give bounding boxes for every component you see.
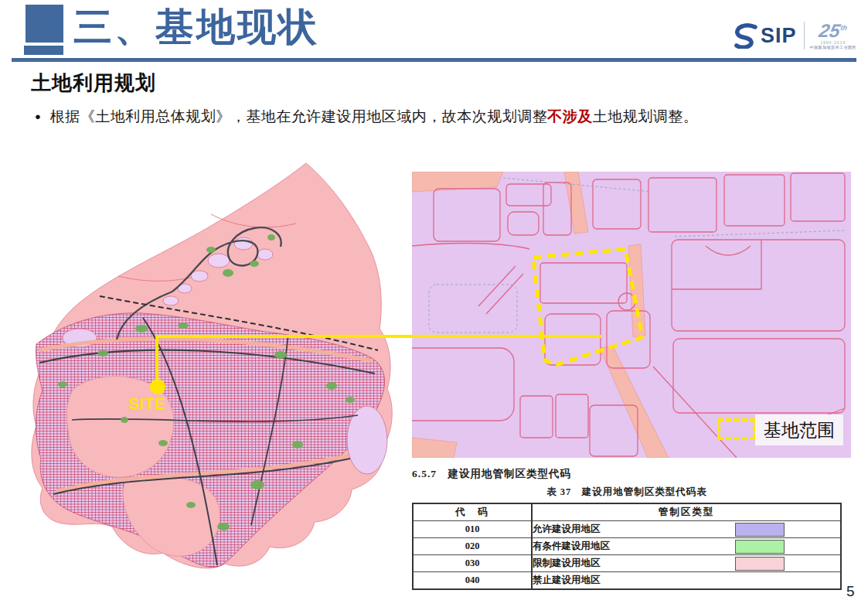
bullet-text-before: 根据《土地利用总体规划》，基地在允许建设用地区域内，故本次规划调整 (50, 108, 548, 125)
cell-type-label: 禁止建设用地区 (533, 575, 601, 585)
logo-divider (804, 22, 805, 49)
connector-line-vertical (155, 336, 158, 380)
cell-code: 020 (413, 538, 532, 555)
anniversary-number: 25th (818, 22, 848, 40)
bullet-item: ● 根据《土地利用总体规划》，基地在允许建设用地区域内，故本次规划调整不涉及土地… (35, 107, 823, 127)
table-row: 040 禁止建设用地区 (413, 572, 841, 590)
left-map-image (26, 160, 396, 574)
cell-type-label: 允许建设用地区 (533, 524, 601, 534)
bullet-text: 根据《土地利用总体规划》，基地在允许建设用地区域内，故本次规划调整不涉及土地规划… (50, 107, 699, 127)
section-subtitle: 土地利用规划 (31, 70, 156, 97)
cell-code: 030 (413, 555, 532, 572)
table-header-row: 代 码 管制区类型 (413, 503, 841, 521)
bullet-text-after: 土地规划调整。 (593, 108, 699, 125)
connector-line-horizontal (156, 335, 601, 338)
cell-type: 禁止建设用地区 (532, 572, 841, 590)
header-divider-rule (12, 58, 856, 62)
sip-s-icon (733, 22, 759, 49)
color-swatch (735, 540, 785, 554)
page-title: 三、基地现状 (73, 2, 319, 53)
color-swatch (735, 523, 785, 537)
table-row: 020 有条件建设用地区 (413, 538, 841, 555)
bullet-marker-icon: ● (35, 111, 41, 122)
cell-type: 有条件建设用地区 (532, 538, 841, 555)
sip-wordmark: SIP (761, 24, 797, 48)
legend-swatch-dashed-box (717, 418, 756, 440)
header-cell-type: 管制区类型 (532, 503, 841, 521)
logo-caption: 中国新加坡苏州工业园区 (810, 46, 857, 49)
header-accent-square (26, 5, 63, 43)
page-number: 5 (846, 583, 855, 600)
header-accent-bar (24, 46, 63, 55)
slide: 三、基地现状 SIP 25th 1994-2019 中国新加坡苏州工业园区 土地… (0, 0, 868, 614)
color-swatch (735, 557, 785, 571)
cell-type: 限制建设用地区 (532, 555, 841, 572)
cell-type-label: 限制建设用地区 (533, 558, 601, 568)
site-marker-dot (150, 379, 165, 394)
table-caption: 表 37 建设用地管制区类型代码表 (412, 486, 842, 499)
bullet-emphasis: 不涉及 (547, 108, 593, 125)
anniversary-logo: 25th 1994-2019 中国新加坡苏州工业园区 (810, 22, 857, 49)
site-label: SITE (128, 395, 165, 413)
code-table: 代 码 管制区类型 010 允许建设用地区 020 有条件建设用地区 030 (412, 503, 842, 590)
table-row: 010 允许建设用地区 (413, 521, 841, 538)
table-section-heading: 6.5.7 建设用地管制区类型代码 (412, 467, 845, 481)
legend-label: 基地范围 (755, 414, 843, 445)
cell-code: 040 (413, 572, 532, 590)
cell-code: 010 (413, 521, 532, 538)
code-table-section: 6.5.7 建设用地管制区类型代码 表 37 建设用地管制区类型代码表 代 码 … (412, 467, 845, 590)
table-row: 030 限制建设用地区 (413, 555, 841, 572)
header-cell-code: 代 码 (413, 503, 532, 521)
cell-type-label: 有条件建设用地区 (533, 541, 610, 551)
sip-logo: SIP 25th 1994-2019 中国新加坡苏州工业园区 (733, 19, 856, 53)
left-map-art (32, 163, 392, 568)
cell-type: 允许建设用地区 (532, 521, 841, 538)
